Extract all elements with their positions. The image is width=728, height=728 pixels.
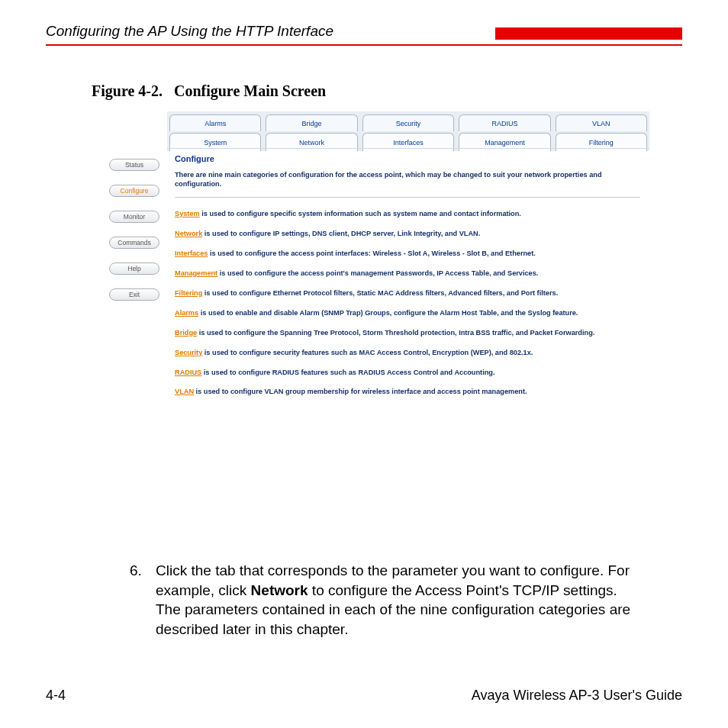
- step-text: Click the tab that corresponds to the pa…: [156, 561, 636, 639]
- config-item-management: Management is used to configure the acce…: [175, 269, 640, 279]
- config-link-management[interactable]: Management: [175, 269, 217, 277]
- config-link-security[interactable]: Security: [175, 349, 202, 356]
- config-link-interfaces[interactable]: Interfaces: [175, 250, 208, 257]
- content-pane: Configure There are nine main categories…: [175, 154, 640, 533]
- config-item-interfaces: Interfaces is used to configure the acce…: [175, 250, 640, 259]
- config-item-network: Network is used to configure IP settings…: [175, 230, 640, 239]
- content-divider: [175, 197, 640, 198]
- config-desc: is used to enable and disable Alarm (SNM…: [198, 309, 578, 317]
- config-desc: is used to configure security features s…: [202, 349, 533, 356]
- sidebar-help[interactable]: Help: [109, 263, 159, 275]
- tabs-area: AlarmsBridgeSecurityRADIUSVLAN SystemNet…: [167, 111, 649, 151]
- config-desc: is used to configure RADIUS features suc…: [201, 369, 494, 376]
- figure-caption: Figure 4-2. Configure Main Screen: [92, 82, 682, 100]
- config-desc: is used to configure IP settings, DNS cl…: [202, 230, 480, 237]
- sidebar-status[interactable]: Status: [109, 159, 159, 171]
- instruction-step: 6. Click the tab that corresponds to the…: [130, 561, 636, 639]
- configure-title: Configure: [175, 154, 640, 163]
- sidebar: StatusConfigureMonitorCommandsHelpExit: [101, 154, 167, 533]
- config-item-security: Security is used to configure security f…: [175, 349, 640, 358]
- tab-vlan[interactable]: VLAN: [556, 114, 647, 131]
- tab-security[interactable]: Security: [362, 114, 454, 131]
- sidebar-exit[interactable]: Exit: [109, 288, 159, 301]
- step-bold: Network: [251, 582, 308, 598]
- config-item-vlan: VLAN is used to configure VLAN group mem…: [175, 388, 640, 397]
- config-desc: is used to configure specific system inf…: [200, 210, 521, 217]
- configure-screenshot: AlarmsBridgeSecurityRADIUSVLAN SystemNet…: [101, 111, 650, 533]
- config-link-bridge[interactable]: Bridge: [175, 329, 197, 337]
- config-item-system: System is used to configure specific sys…: [175, 210, 640, 219]
- config-desc: is used to configure the Spanning Tree P…: [197, 329, 594, 337]
- sidebar-configure[interactable]: Configure: [109, 185, 159, 197]
- page-number: 4-4: [46, 688, 66, 704]
- configure-intro: There are nine main categories of config…: [175, 171, 640, 189]
- figure-number: Figure 4-2.: [92, 82, 163, 99]
- config-item-filtering: Filtering is used to configure Ethernet …: [175, 289, 640, 298]
- config-link-alarms[interactable]: Alarms: [175, 309, 198, 317]
- config-desc: is used to configure the access point in…: [208, 250, 535, 257]
- config-link-network[interactable]: Network: [175, 230, 202, 237]
- config-item-radius: RADIUS is used to configure RADIUS featu…: [175, 369, 640, 378]
- sidebar-commands[interactable]: Commands: [109, 237, 159, 249]
- guide-title: Avaya Wireless AP-3 User's Guide: [472, 688, 682, 704]
- config-link-vlan[interactable]: VLAN: [175, 388, 194, 395]
- config-desc: is used to configure VLAN group membersh…: [194, 388, 527, 395]
- sidebar-monitor[interactable]: Monitor: [109, 211, 159, 223]
- header-red-bar: [495, 27, 682, 40]
- step-number: 6.: [130, 561, 156, 639]
- section-header: Configuring the AP Using the HTTP Interf…: [46, 23, 333, 40]
- tab-radius[interactable]: RADIUS: [459, 114, 550, 131]
- config-link-radius[interactable]: RADIUS: [175, 369, 201, 376]
- config-link-filtering[interactable]: Filtering: [175, 289, 202, 297]
- config-desc: is used to configure the access point's …: [217, 269, 538, 277]
- tab-bridge[interactable]: Bridge: [266, 114, 357, 131]
- config-desc: is used to configure Ethernet Protocol f…: [202, 289, 558, 297]
- tab-alarms[interactable]: Alarms: [169, 114, 261, 131]
- config-item-alarms: Alarms is used to enable and disable Ala…: [175, 309, 640, 318]
- figure-title: Configure Main Screen: [174, 82, 326, 99]
- header-rule: [46, 44, 682, 46]
- config-item-bridge: Bridge is used to configure the Spanning…: [175, 329, 640, 338]
- config-link-system[interactable]: System: [175, 210, 200, 217]
